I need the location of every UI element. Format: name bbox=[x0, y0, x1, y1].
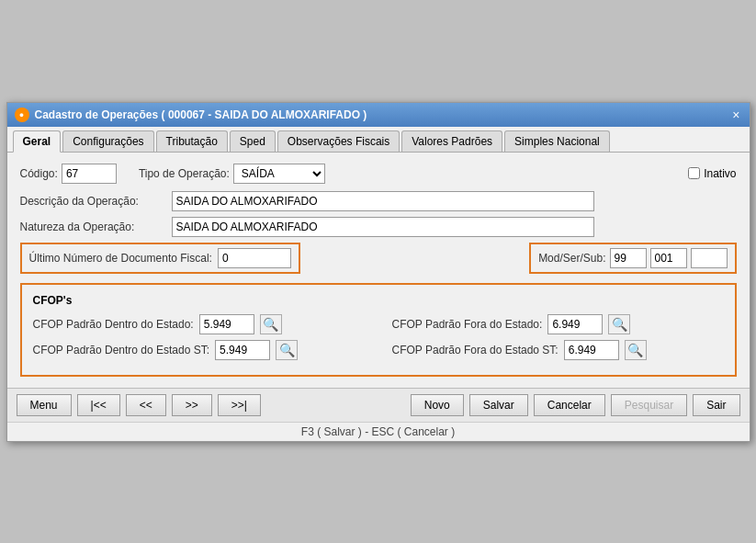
tab-configuracoes[interactable]: Configurações bbox=[62, 130, 153, 152]
tab-observacoes[interactable]: Observações Fiscais bbox=[277, 130, 400, 152]
ultimo-num-box: Último Número de Documento Fiscal: bbox=[20, 243, 300, 274]
mod-ser-label: Mod/Ser/Sub: bbox=[538, 252, 605, 265]
natureza-label: Natureza da Operação: bbox=[20, 221, 172, 233]
footer-buttons: Menu |<< << >> >>| Novo Salvar Cancelar … bbox=[7, 388, 750, 422]
cfop-dentro-st-group: CFOP Padrão Dentro do Estado ST: 🔍 bbox=[33, 340, 365, 360]
tipo-op-select[interactable]: SAÍDA ENTRADA bbox=[233, 164, 325, 184]
first-button[interactable]: |<< bbox=[77, 394, 120, 416]
prev-button[interactable]: << bbox=[126, 394, 166, 416]
row-descricao: Descrição da Operação: bbox=[20, 191, 737, 211]
cfop-row-1: CFOP Padrão Dentro do Estado: 🔍 CFOP Pad… bbox=[33, 314, 724, 334]
natureza-input[interactable] bbox=[172, 217, 594, 237]
tab-simples[interactable]: Simples Nacional bbox=[504, 130, 610, 152]
salvar-button[interactable]: Salvar bbox=[469, 394, 528, 416]
cfop-fora-label: CFOP Padrão Fora do Estado: bbox=[392, 318, 543, 331]
cfop-row-2: CFOP Padrão Dentro do Estado ST: 🔍 CFOP … bbox=[33, 340, 724, 360]
sair-button[interactable]: Sair bbox=[693, 394, 739, 416]
cfop-dentro-st-input[interactable] bbox=[215, 340, 270, 360]
form-content: Código: Tipo de Operação: SAÍDA ENTRADA … bbox=[7, 153, 750, 388]
cfop-fora-group: CFOP Padrão Fora do Estado: 🔍 bbox=[392, 314, 724, 334]
codigo-input[interactable] bbox=[62, 164, 117, 184]
cfops-title: CFOP's bbox=[33, 294, 724, 307]
cfop-group: CFOP's CFOP Padrão Dentro do Estado: 🔍 C… bbox=[20, 283, 737, 377]
inativo-group: Inativo bbox=[688, 167, 736, 180]
inativo-checkbox[interactable] bbox=[688, 167, 700, 179]
codigo-label: Código: bbox=[20, 167, 58, 180]
cfop-fora-search-button[interactable]: 🔍 bbox=[608, 314, 630, 334]
cfop-dentro-input[interactable] bbox=[199, 314, 254, 334]
ser-input[interactable] bbox=[650, 248, 687, 268]
cfop-fora-input[interactable] bbox=[547, 314, 603, 334]
mod-input[interactable] bbox=[610, 248, 647, 268]
novo-button[interactable]: Novo bbox=[411, 394, 464, 416]
cfop-dentro-group: CFOP Padrão Dentro do Estado: 🔍 bbox=[33, 314, 365, 334]
cfop-dentro-label: CFOP Padrão Dentro do Estado: bbox=[33, 318, 194, 331]
tab-valores[interactable]: Valores Padrões bbox=[401, 130, 502, 152]
last-button[interactable]: >>| bbox=[218, 394, 261, 416]
row-natureza: Natureza da Operação: bbox=[20, 217, 737, 237]
cfop-dentro-search-button[interactable]: 🔍 bbox=[260, 314, 282, 334]
cancelar-button[interactable]: Cancelar bbox=[534, 394, 605, 416]
tabs-bar: Geral Configurações Tributação Sped Obse… bbox=[7, 127, 750, 153]
cfop-dentro-st-search-button[interactable]: 🔍 bbox=[276, 340, 298, 360]
status-bar: F3 ( Salvar ) - ESC ( Cancelar ) bbox=[7, 422, 750, 441]
title-bar-left: ● Cadastro de Operações ( 000067 - SAIDA… bbox=[15, 107, 367, 122]
ultimo-num-label: Último Número de Documento Fiscal: bbox=[29, 252, 212, 265]
title-bar: ● Cadastro de Operações ( 000067 - SAIDA… bbox=[7, 103, 750, 127]
menu-button[interactable]: Menu bbox=[17, 394, 72, 416]
inativo-label: Inativo bbox=[704, 167, 736, 180]
status-text: F3 ( Salvar ) - ESC ( Cancelar ) bbox=[301, 425, 455, 438]
next-button[interactable]: >> bbox=[172, 394, 212, 416]
tab-tributacao[interactable]: Tributação bbox=[156, 130, 228, 152]
mod-ser-box: Mod/Ser/Sub: bbox=[529, 243, 736, 274]
tab-geral[interactable]: Geral bbox=[13, 130, 62, 153]
cfop-fora-st-input[interactable] bbox=[564, 340, 619, 360]
window-title: Cadastro de Operações ( 000067 - SAIDA D… bbox=[35, 108, 367, 121]
codigo-group: Código: Tipo de Operação: SAÍDA ENTRADA bbox=[20, 164, 325, 184]
main-window: ● Cadastro de Operações ( 000067 - SAIDA… bbox=[6, 102, 750, 442]
cfop-fora-st-label: CFOP Padrão Fora do Estado ST: bbox=[392, 344, 559, 356]
ultimo-num-input[interactable] bbox=[218, 248, 291, 268]
mod-ser-container: Mod/Ser/Sub: bbox=[529, 243, 736, 274]
descricao-input[interactable] bbox=[172, 191, 594, 211]
row-codigo: Código: Tipo de Operação: SAÍDA ENTRADA … bbox=[20, 164, 737, 184]
tipo-op-label: Tipo de Operação: bbox=[139, 167, 230, 180]
close-button[interactable]: × bbox=[730, 108, 741, 121]
row-ultimo-num: Último Número de Documento Fiscal: Mod/S… bbox=[20, 243, 737, 274]
descricao-label: Descrição da Operação: bbox=[20, 195, 172, 208]
tab-sped[interactable]: Sped bbox=[230, 130, 276, 152]
pesquisar-button[interactable]: Pesquisar bbox=[611, 394, 687, 416]
sub-input[interactable] bbox=[691, 248, 728, 268]
cfop-dentro-st-label: CFOP Padrão Dentro do Estado ST: bbox=[33, 344, 210, 356]
cfop-fora-st-group: CFOP Padrão Fora do Estado ST: 🔍 bbox=[392, 340, 724, 360]
app-icon: ● bbox=[15, 107, 29, 122]
cfop-fora-st-search-button[interactable]: 🔍 bbox=[625, 340, 647, 360]
